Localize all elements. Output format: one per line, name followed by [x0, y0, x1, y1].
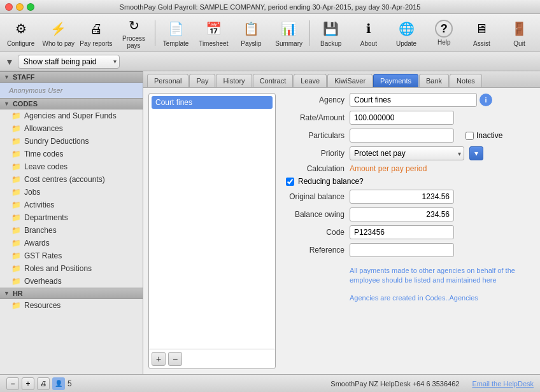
reference-input[interactable] [350, 243, 454, 257]
who-to-pay-icon: ⚡ [48, 18, 69, 39]
configure-label: Configure [7, 40, 34, 47]
helpdesk-link[interactable]: Email the HelpDesk [472, 380, 534, 388]
balance-owing-row: Balance owing [281, 207, 535, 221]
agency-row: Agency i [281, 93, 535, 107]
sidebar-item-departments[interactable]: 📁 Departments [0, 211, 143, 224]
add-payment-button[interactable]: + [152, 352, 166, 366]
backup-icon: 💾 [321, 18, 341, 39]
staff-item-label: Anonymous User [9, 87, 62, 94]
calculation-label: Calculation [281, 164, 345, 173]
toolbar-pay-reports[interactable]: 🖨 Pay reports [78, 16, 114, 50]
toolbar-configure[interactable]: ⚙ Configure [3, 16, 39, 50]
list-panel-footer: + − [149, 349, 275, 368]
priority-select[interactable]: Protect net pay Fixed amount Percentage [350, 146, 464, 160]
tab-contract[interactable]: Contract [253, 74, 294, 87]
toolbar-divider-2 [309, 20, 310, 46]
sidebar-item-agencies[interactable]: 📁 Agencies and Super Funds [0, 109, 143, 122]
summary-label: Summary [275, 40, 302, 47]
rate-input[interactable] [350, 111, 454, 125]
backup-label: Backup [320, 40, 341, 47]
quit-icon: 🚪 [509, 18, 530, 39]
codes-disclosure-icon: ▼ [4, 101, 10, 107]
toolbar-summary[interactable]: 📊 Summary [271, 16, 307, 50]
sidebar-item-gst-rates[interactable]: 📁 GST Rates [0, 249, 143, 262]
sidebar-item-activities[interactable]: 📁 Activities [0, 199, 143, 211]
close-button[interactable] [5, 3, 13, 11]
tab-notes[interactable]: Notes [450, 74, 482, 87]
sidebar-item-sundry[interactable]: 📁 Sundry Deductions [0, 135, 143, 148]
staff-anonymous[interactable]: Anonymous User [0, 83, 143, 98]
toolbar-quit[interactable]: 🚪 Quit [501, 16, 537, 50]
configure-icon: ⚙ [11, 18, 31, 39]
toolbar-about[interactable]: ℹ About [350, 16, 387, 50]
priority-select-wrapper[interactable]: Protect net pay Fixed amount Percentage [350, 146, 464, 160]
minimize-button[interactable] [16, 3, 24, 11]
toolbar-who-to-pay[interactable]: ⚡ Who to pay [40, 16, 76, 50]
list-item-court-fines[interactable]: Court fines [152, 96, 273, 109]
toolbar-payslip[interactable]: 📋 Payslip [233, 16, 269, 50]
folder-icon: 📁 [11, 137, 21, 146]
maximize-button[interactable] [27, 3, 34, 11]
staff-disclosure-icon: ▼ [4, 74, 10, 80]
tab-history[interactable]: History [216, 74, 252, 87]
priority-row: Priority Protect net pay Fixed amount Pe… [281, 146, 535, 160]
about-icon: ℹ [359, 18, 379, 39]
payments-form: Agency i Rate/Amount Particulars [281, 93, 535, 369]
sidebar-item-cost-centres[interactable]: 📁 Cost centres (accounts) [0, 173, 143, 186]
process-pays-icon: ↻ [124, 17, 144, 34]
sidebar-item-label: Awards [24, 239, 50, 248]
folder-icon: 📁 [11, 124, 21, 133]
toolbar-update[interactable]: 🌐 Update [388, 16, 424, 50]
sidebar-item-roles[interactable]: 📁 Roles and Positions [0, 262, 143, 275]
sidebar-item-overheads[interactable]: 📁 Overheads [0, 275, 143, 288]
toolbar-process-pays[interactable]: ↻ Process pays [115, 16, 152, 50]
toolbar-timesheet[interactable]: 📅 Timesheet [195, 16, 232, 50]
sidebar-item-jobs[interactable]: 📁 Jobs [0, 186, 143, 199]
status-right: SmoothPay NZ HelpDesk +64 6 3536462 Emai… [330, 380, 534, 388]
reducing-checkbox[interactable] [286, 178, 294, 186]
toolbar-assist[interactable]: 🖥 Assist [464, 16, 500, 50]
priority-label: Priority [281, 149, 345, 158]
reference-label: Reference [281, 246, 345, 255]
tab-leave[interactable]: Leave [294, 74, 327, 87]
particulars-input[interactable] [350, 129, 454, 143]
remove-payment-button[interactable]: − [168, 352, 182, 366]
assist-icon: 🖥 [471, 18, 492, 39]
tab-kiwisaver[interactable]: KiwiSaver [327, 74, 373, 87]
balance-owing-input[interactable] [350, 207, 454, 221]
filter-dropdown-wrapper[interactable]: Show staff being paid Show all staff Sho… [18, 55, 120, 69]
toolbar-help[interactable]: ? Help [426, 16, 462, 50]
toolbar-backup[interactable]: 💾 Backup [313, 16, 349, 50]
tab-personal[interactable]: Personal [147, 74, 188, 87]
status-print-button[interactable]: 🖨 [37, 377, 50, 390]
original-balance-input[interactable] [350, 190, 454, 204]
tab-pay[interactable]: Pay [189, 74, 215, 87]
agencies-link[interactable]: Agencies are created in Codes..Agencies [350, 291, 528, 305]
tab-payments[interactable]: Payments [373, 74, 418, 87]
tab-bank[interactable]: Bank [419, 74, 449, 87]
code-input[interactable] [350, 225, 454, 239]
sidebar-item-allowances[interactable]: 📁 Allowances [0, 122, 143, 135]
quit-label: Quit [513, 40, 525, 47]
inactive-checkbox[interactable] [465, 132, 474, 140]
sidebar-item-awards[interactable]: 📁 Awards [0, 237, 143, 249]
summary-icon: 📊 [279, 18, 299, 39]
status-minus-button[interactable]: − [6, 377, 19, 390]
agency-input[interactable] [350, 93, 477, 107]
agency-label: Agency [281, 95, 345, 104]
sidebar-item-branches[interactable]: 📁 Branches [0, 224, 143, 237]
agency-info-button[interactable]: i [480, 94, 492, 106]
sidebar-item-time-codes[interactable]: 📁 Time codes [0, 148, 143, 160]
payslip-label: Payslip [241, 40, 261, 47]
window-controls[interactable] [5, 3, 34, 11]
window-title: SmoothPay Gold Payroll: SAMPLE COMPANY, … [120, 3, 421, 11]
toolbar-template[interactable]: 📄 Template [158, 16, 194, 50]
filter-dropdown[interactable]: Show staff being paid Show all staff Sho… [18, 55, 120, 69]
status-plus-button[interactable]: + [22, 377, 34, 390]
sidebar-item-resources[interactable]: 📁 Resources [0, 299, 143, 312]
sidebar-item-leave-codes[interactable]: 📁 Leave codes [0, 160, 143, 173]
timesheet-label: Timesheet [199, 40, 228, 47]
priority-dropdown-arrow[interactable]: ▾ [469, 146, 483, 160]
content-area: Court fines + − Agency i [143, 88, 540, 374]
codes-section-header: ▼ CODES [0, 98, 143, 109]
